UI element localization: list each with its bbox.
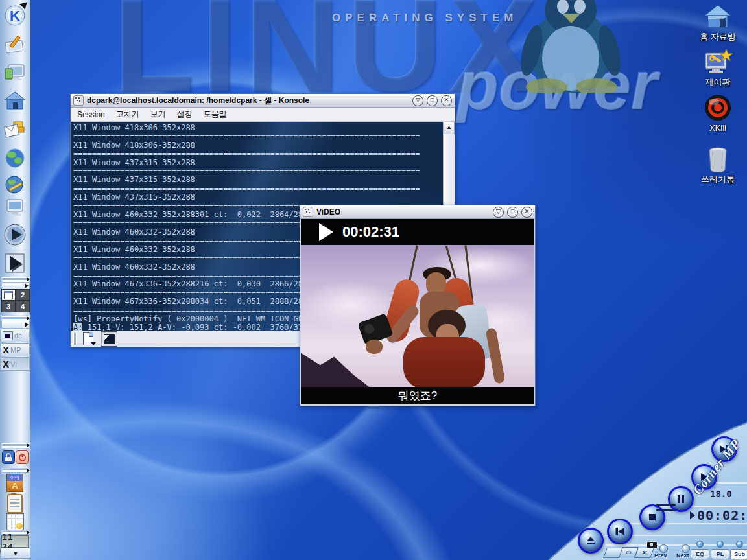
edit-notes-launcher[interactable] [2,31,28,57]
konsole-window-icon [73,95,84,106]
kde-panel: K [0,0,30,560]
shade-button[interactable]: ▽ [493,207,504,218]
lock-screen-button[interactable] [2,450,15,464]
display-settings-launcher[interactable] [2,194,28,220]
shell-session-button[interactable] [101,331,117,347]
handle-arrow-icon [27,316,30,320]
taskbar-applet-bar[interactable] [1,321,30,329]
handle-arrow-icon [27,469,30,472]
pager-window-icon [4,291,13,299]
subtitle-bar: 뭐였죠? [301,387,534,404]
tray-organizer[interactable] [6,513,24,530]
osd-bar: 00:02:31 [301,219,534,245]
tray-klipper[interactable] [6,494,24,513]
media-player-square-launcher[interactable] [2,250,28,276]
k-menu-icon: K [3,4,27,27]
sysbtn-handle[interactable] [1,443,30,449]
scroll-up-button[interactable]: ▲ [444,122,455,134]
konsole-titlebar[interactable]: dcpark@localhost.localdomain: /home/dcpa… [71,94,455,108]
menu-item[interactable]: 도움말 [204,109,227,120]
maximize-button[interactable]: □ [507,207,518,218]
desktop-icon-xkill[interactable]: XKill [695,93,741,133]
eq-button[interactable]: EQ [691,549,709,559]
taskbar-item-video[interactable]: X Vi [1,357,30,371]
calendar-icon [6,513,24,530]
pager-desktop-3[interactable]: 3 [1,301,16,312]
taskbar-item-konsole[interactable]: dc [1,329,30,342]
shade-button[interactable]: ▽ [412,95,423,106]
handle-arrow-icon [27,277,30,281]
mail-launcher[interactable] [2,117,28,143]
media-player-round-launcher[interactable] [2,222,28,248]
terminal-line: ========================================… [73,150,443,158]
skip-back-icon [615,527,625,536]
tux-penguin-icon [498,0,634,93]
terminal-line: X11 Window 437x315-352x288 [73,176,443,184]
browser-launcher[interactable] [2,145,28,171]
sub-button[interactable]: Sub [730,549,747,559]
svg-text:K: K [10,8,20,24]
menu-item[interactable]: Session [77,110,105,119]
dropdown-arrow-icon [91,342,96,345]
tray-handle[interactable] [1,468,30,474]
menu-item[interactable]: 고치기 [116,109,139,120]
terminal-launcher[interactable] [2,60,28,86]
control-panel-icon [703,48,733,75]
monitor-icon [3,196,27,219]
konsole-menubar: Session고치기보기설정도움말 [71,108,455,122]
osd-timestamp: 00:02:31 [342,224,399,240]
clipboard-pencil-icon [3,32,27,56]
player-time: 00:02:31 [690,508,747,523]
stop-icon [648,513,656,521]
pager-desktop-2[interactable]: 2 [16,289,30,301]
man-hand [366,340,383,354]
video-title: ViDEO [316,207,490,216]
konsole-title: dcpark@localhost.localdomain: /home/dcpa… [87,95,409,106]
maximize-button[interactable]: □ [427,95,438,106]
pl-led [717,541,724,548]
terminal-line: X11 Window 437x315-352x288 [73,193,443,202]
menu-item[interactable]: 보기 [150,109,166,120]
strap [409,245,418,280]
previous-button[interactable] [607,519,633,544]
toolbar-handle[interactable] [73,333,77,345]
sub-led [736,541,743,548]
desktop-icon-home[interactable]: 홈 자료방 [695,4,741,43]
player-volume: 18.0 [710,489,732,499]
terminal-line: ========================================… [73,167,443,176]
player-volume-bar[interactable] [656,504,676,511]
desktop-icon-trash[interactable]: 쓰레기통 [695,145,741,185]
panel-clock[interactable]: 11 24 [1,535,29,548]
taskbar-item-mplayer[interactable]: X MP [1,343,30,356]
desktop-icon-control-panel[interactable]: 제어판 [695,48,741,88]
handle-arrow-icon [27,443,30,447]
home-launcher[interactable] [2,88,28,114]
konsole-task-icon [3,331,13,340]
shutdown-button[interactable] [16,450,29,464]
video-frame [301,245,534,387]
pager-desktop-1[interactable] [1,289,16,301]
pager-desktop-4[interactable]: 4 [16,301,30,312]
subtitle-text: 뭐였죠? [398,388,437,403]
play-square-icon [3,251,27,275]
menu-item[interactable]: 설정 [177,109,193,120]
x-app-icon: X [3,359,9,369]
video-titlebar[interactable]: ViDEO ▽ □ ✕ [300,205,535,219]
k-menu-button[interactable]: K [2,3,28,29]
desktop: LINUX power OPERATING SYSTEM K [0,0,747,560]
eject-icon [586,536,595,545]
globe-wrench-icon [3,172,27,196]
pl-button[interactable]: PL [711,549,729,559]
applet-arrow-icon [25,322,29,327]
close-button[interactable]: ✕ [521,207,532,218]
next-knob-label: Next [676,552,689,559]
panel-hide-button[interactable]: ▼ [1,548,30,559]
video-content: 00:02:31 뭐였죠? [301,219,534,404]
close-button[interactable]: ✕ [441,95,452,106]
play-circle-icon [3,222,27,247]
corner-mp-player: Corner MP 18.0 00:02:31 ▭ ✕ Prev Next EQ… [548,418,747,560]
eject-button[interactable] [578,528,604,554]
new-session-button[interactable] [81,332,97,345]
settings-globe-launcher[interactable] [2,171,28,197]
tray-ime[interactable]: 아미 A [6,474,24,492]
